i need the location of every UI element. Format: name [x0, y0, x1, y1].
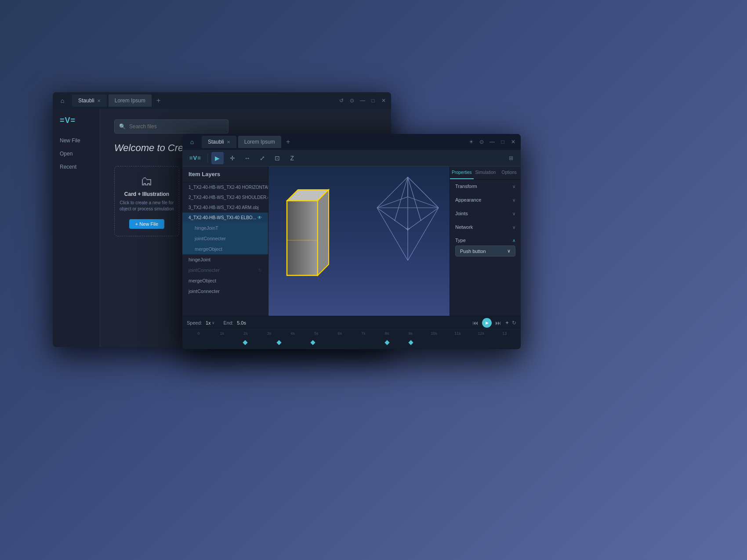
- tab-staubli-front[interactable]: Staubli ✕: [202, 136, 236, 148]
- layer-label: 3_TX2-40-HB-WS_TX2-40 ARM.obj: [189, 205, 259, 210]
- layers-list: 1_TX2-40-HB-WS_TX2-40 HORIZONTAL Bi... 2…: [182, 182, 268, 316]
- minimize-icon-front[interactable]: —: [488, 138, 496, 146]
- sidebar-item-recent[interactable]: Recent: [53, 160, 100, 173]
- viewport[interactable]: [268, 166, 450, 316]
- keyframe-4[interactable]: [384, 340, 389, 345]
- layer-item-0[interactable]: 1_TX2-40-HB-WS_TX2-40 HORIZONTAL Bi...: [182, 182, 268, 192]
- tab-lorem-front[interactable]: Lorem Ipsum: [238, 136, 281, 148]
- rewind-button[interactable]: ⏮: [472, 319, 479, 326]
- z-tool[interactable]: Z: [286, 152, 298, 164]
- joints-section[interactable]: Joints ∨: [450, 207, 521, 220]
- sidebar-item-newfile[interactable]: New File: [53, 134, 100, 147]
- link-tool[interactable]: ↔: [241, 152, 254, 164]
- layer-label: jointConnecter: [189, 267, 220, 273]
- keyframe-5[interactable]: [408, 340, 413, 345]
- layer-item-10[interactable]: jointConnecter: [182, 286, 268, 296]
- new-file-button[interactable]: + New File: [129, 219, 164, 229]
- ruler-mark-1s: 1s: [210, 331, 234, 336]
- select-tool[interactable]: ▶: [211, 152, 224, 164]
- tab-options[interactable]: Options: [497, 166, 521, 179]
- timeline-track[interactable]: [182, 337, 521, 346]
- window-controls-back: ↺ ⊙ — □ ✕: [337, 97, 388, 105]
- search-bar[interactable]: 🔍: [114, 119, 228, 134]
- new-file-card[interactable]: 🗂 Card + Illustration Click to create a …: [114, 166, 179, 236]
- layer-item-6[interactable]: mergeObject: [182, 244, 268, 254]
- svg-line-5: [268, 288, 450, 310]
- search-icon: 🔍: [119, 123, 126, 130]
- layer-item-3[interactable]: 4_TX2-40-HB-WS_TXI-40 ELBO... 👁: [182, 213, 268, 223]
- maximize-icon-front[interactable]: □: [499, 138, 507, 146]
- tab-staubli-back[interactable]: Staubli ✕: [72, 94, 107, 107]
- logo-front[interactable]: =V=: [187, 153, 204, 163]
- type-dropdown[interactable]: Push button ∨: [455, 246, 515, 257]
- layer-item-5[interactable]: jointConnecter: [182, 233, 268, 244]
- close-icon-front[interactable]: ✕: [509, 138, 517, 146]
- minimize-icon[interactable]: —: [359, 97, 366, 105]
- fast-forward-button[interactable]: ⏭: [495, 319, 501, 326]
- transform-arrow: ∨: [512, 184, 515, 189]
- maximize-icon[interactable]: □: [369, 97, 377, 105]
- ruler-mark-4s: 4s: [281, 331, 305, 336]
- layer-item-7[interactable]: hingeJoint: [182, 254, 268, 265]
- tab-close-icon-front[interactable]: ✕: [227, 140, 230, 145]
- layer-item-2[interactable]: 3_TX2-40-HB-WS_TX2-40 ARM.obj: [182, 202, 268, 213]
- tab-label-front: Staubli: [208, 139, 224, 145]
- rotate-icon[interactable]: ↺: [337, 97, 345, 105]
- type-arrow-up[interactable]: ∧: [512, 238, 515, 243]
- speed-label: Speed:: [187, 320, 202, 325]
- network-arrow: ∨: [512, 225, 515, 230]
- joints-arrow: ∨: [512, 211, 515, 216]
- add-tab-button-back[interactable]: +: [153, 95, 164, 106]
- layer-label: mergeObject: [195, 246, 222, 252]
- layer-item-4[interactable]: hingeJoinT: [182, 223, 268, 233]
- tab-properties[interactable]: Properties: [450, 166, 474, 179]
- appearance-section[interactable]: Appearance ∨: [450, 193, 521, 207]
- ruler-mark-3s: 3s: [257, 331, 281, 336]
- speed-value[interactable]: 1x ∨: [206, 320, 215, 325]
- layer-item-8[interactable]: jointConnecter ↻: [182, 265, 268, 275]
- keyframe-3[interactable]: [310, 340, 315, 345]
- keyframe-2[interactable]: [276, 340, 281, 345]
- layer-label: mergeObject: [189, 278, 216, 283]
- speed-dropdown-arrow[interactable]: ∨: [212, 321, 215, 325]
- scale-tool[interactable]: ⤢: [256, 152, 268, 164]
- tab-label-lorem-front: Lorem Ipsum: [244, 139, 275, 145]
- properties-tabs: Properties Simulation Options: [450, 166, 521, 180]
- layer-item-9[interactable]: mergeObject: [182, 275, 268, 286]
- sidebar-item-open[interactable]: Open: [53, 147, 100, 160]
- move-tool[interactable]: ✛: [226, 152, 239, 164]
- layer-item-1[interactable]: 2_TX2-40-HB-WS_TX2-40 SHOULDER.obj: [182, 192, 268, 202]
- ruler-mark-2s: 2s: [234, 331, 257, 336]
- home-icon-front[interactable]: ⌂: [186, 136, 198, 148]
- logo-back: =V=: [53, 116, 100, 134]
- tab-lorem-back[interactable]: Lorem Ipsum: [109, 94, 152, 107]
- settings-icon[interactable]: ⊙: [348, 97, 356, 105]
- search-input[interactable]: [129, 123, 224, 130]
- tab-simulation[interactable]: Simulation: [474, 166, 498, 179]
- layer-label: jointConnecter: [189, 289, 220, 294]
- svg-line-25: [377, 208, 408, 260]
- type-section: Type ∧ Push button ∨: [450, 234, 521, 260]
- play-button[interactable]: ▶: [482, 318, 492, 328]
- timeline-right-controls: ✦ ↻: [505, 320, 516, 326]
- magic-icon[interactable]: ✦: [505, 320, 509, 326]
- close-icon-back[interactable]: ✕: [380, 97, 388, 105]
- keyframe-1[interactable]: [243, 340, 247, 345]
- home-icon[interactable]: ⌂: [56, 94, 69, 107]
- refresh-icon[interactable]: ↻: [512, 320, 516, 326]
- transform-section[interactable]: Transform ∨: [450, 180, 521, 193]
- tab-close-icon[interactable]: ✕: [97, 98, 101, 103]
- sun-icon[interactable]: ☀: [467, 138, 475, 146]
- expand-icon[interactable]: ⊞: [506, 153, 516, 163]
- transform-label: Transform: [455, 184, 477, 189]
- grid-tool[interactable]: ⊡: [271, 152, 283, 164]
- visibility-icon[interactable]: 👁: [257, 215, 262, 220]
- layers-panel: Item Layers 1_TX2-40-HB-WS_TX2-40 HORIZO…: [182, 166, 268, 316]
- svg-line-24: [408, 208, 439, 260]
- network-section[interactable]: Network ∨: [450, 220, 521, 234]
- add-tab-button-front[interactable]: +: [283, 137, 294, 147]
- new-file-button-label: + New File: [135, 221, 158, 227]
- tab-label: Lorem Ipsum: [115, 98, 145, 104]
- type-label-row: Type ∧: [455, 238, 515, 243]
- settings-icon-front[interactable]: ⊙: [478, 138, 486, 146]
